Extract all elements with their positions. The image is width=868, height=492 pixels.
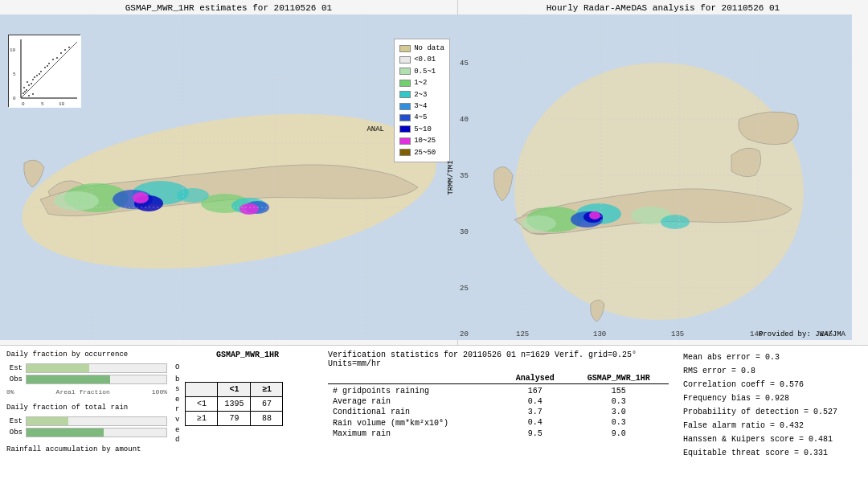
- inset-scatter-plot: 0 5 10 0 5 10: [8, 35, 80, 107]
- occurrence-bar-chart: Est Obs: [6, 363, 167, 384]
- svg-point-62: [521, 215, 556, 232]
- verif-title: Verification statistics for 20110526 01 …: [328, 351, 669, 368]
- legend-label-1to2: 1~2: [414, 77, 427, 88]
- svg-point-30: [31, 83, 32, 84]
- verif-val-condrain-analysed: 3.7: [502, 407, 568, 417]
- svg-text:130: 130: [593, 330, 606, 338]
- contingency-section: GSMAP_MWR_1HR O b s e r v e d <1: [175, 351, 320, 487]
- contingency-obs-lt1-est-ge1: 67: [251, 396, 283, 411]
- svg-text:125: 125: [516, 330, 529, 338]
- right-map-panel: Hourly Radar-AMeDAS analysis for 2011052…: [458, 0, 868, 345]
- est-bar-fill-rain: [27, 417, 68, 425]
- rainfall-acc-title: Rainfall accumulation by amount: [6, 445, 167, 453]
- stat-hanssen: Hanssen & Kuipers score = 0.481: [683, 433, 862, 446]
- legend-item-10to25: 10~25: [399, 135, 444, 146]
- stats-panel: Mean abs error = 0.3 RMS error = 0.8 Cor…: [677, 351, 862, 487]
- legend-item-3to4: 3~4: [399, 100, 444, 112]
- contingency-table-container: <1 ≥1 <1 1395 67 ≥1 79 88: [185, 382, 283, 426]
- legend-label-25to50: 25~50: [414, 147, 436, 158]
- svg-point-28: [23, 87, 25, 88]
- verif-val-avrain-analysed: 0.4: [502, 396, 568, 407]
- svg-text:35: 35: [460, 172, 469, 180]
- legend-label-nodata: No data: [414, 43, 444, 54]
- verif-col-metric: [328, 373, 502, 384]
- axis-mid: Areal fraction: [56, 388, 110, 396]
- svg-text:45: 45: [460, 59, 469, 68]
- map-credit: Provided by: JWA/JMA: [759, 330, 845, 338]
- contingency-obs-lt1-est-lt1: 1395: [218, 396, 251, 411]
- observed-axis-b: b: [175, 375, 179, 385]
- legend-color-10to25: [399, 137, 411, 145]
- legend-color-lt001: [399, 56, 411, 64]
- legend-label-05to1: 0.5~1: [414, 66, 436, 77]
- right-map-svg: 45 40 35 30 25 20 125 130 135 140 145: [458, 14, 852, 340]
- observed-axis-r: r: [175, 404, 179, 415]
- observed-axis-e2: e: [175, 425, 179, 436]
- svg-text:5: 5: [13, 72, 16, 77]
- svg-text:20: 20: [460, 330, 469, 338]
- svg-point-37: [44, 67, 46, 68]
- svg-point-46: [32, 93, 34, 95]
- left-map-canvas: 0 5 10 0 5 10 ANAL No data: [0, 14, 458, 340]
- svg-point-26: [24, 91, 26, 92]
- legend-item-5to10: 5~10: [399, 124, 444, 135]
- legend-item-lt001: <0.01: [399, 54, 444, 65]
- right-map-canvas: 45 40 35 30 25 20 125 130 135 140 145 Pr…: [458, 14, 852, 340]
- verif-val-maxrain-analysed: 9.5: [502, 428, 568, 439]
- svg-text:135: 135: [671, 330, 684, 338]
- stat-rms: RMS error = 0.8: [683, 364, 862, 378]
- legend-item-25to50: 25~50: [399, 147, 444, 158]
- stat-equitable: Equitable threat score = 0.331: [683, 446, 862, 460]
- svg-point-29: [28, 84, 30, 86]
- axis-end: 100%: [152, 388, 167, 396]
- contingency-ge1-row: ≥1 79 88: [186, 411, 283, 425]
- total-rain-chart-title: Daily fraction of total rain: [6, 404, 167, 412]
- est-bar-fill-occ: [27, 364, 89, 372]
- verif-table: Analysed GSMAP_MWR_1HR # gridpoints rain…: [328, 373, 669, 439]
- svg-point-59: [589, 211, 600, 219]
- left-map-panel: GSMAP_MWR_1HR estimates for 20110526 01: [0, 0, 458, 345]
- contingency-table-wrapper: O b s e r v e d <1 ≥1: [175, 363, 320, 445]
- observed-axis: O b s e r v e d: [175, 363, 179, 445]
- main-container: GSMAP_MWR_1HR estimates for 20110526 01: [0, 0, 868, 492]
- svg-text:10: 10: [10, 47, 16, 53]
- svg-point-45: [28, 95, 30, 96]
- verif-val-gridpoints-gsmap: 155: [568, 386, 669, 396]
- svg-point-36: [39, 73, 40, 75]
- est-label-occ: Est: [6, 364, 23, 372]
- svg-point-10: [240, 203, 259, 215]
- legend-color-3to4: [399, 103, 411, 110]
- svg-point-12: [177, 188, 209, 203]
- svg-text:30: 30: [460, 228, 469, 236]
- svg-point-44: [68, 47, 70, 48]
- verif-label-gridpoints: # gridpoints raining: [328, 386, 502, 396]
- svg-point-32: [32, 79, 34, 80]
- svg-point-38: [48, 63, 50, 64]
- bottom-section: Daily fraction by occurrence Est Obs 0%: [0, 346, 868, 492]
- verif-label-volume: Rain volume (mm*km²x10⁶): [328, 417, 502, 428]
- contingency-lt1-row-label: <1: [186, 396, 218, 411]
- verif-val-maxrain-gsmap: 9.0: [568, 428, 669, 439]
- verif-val-volume-gsmap: 0.3: [568, 417, 669, 428]
- contingency-obs-ge1-est-lt1: 79: [218, 411, 251, 425]
- observed-axis-d: d: [175, 435, 179, 445]
- verif-row-gridpoints: # gridpoints raining 167 155: [328, 386, 669, 396]
- est-occurrence-row: Est: [6, 363, 167, 373]
- legend-color-25to50: [399, 149, 411, 156]
- svg-point-33: [36, 75, 38, 76]
- svg-point-25: [23, 92, 24, 94]
- est-rain-row: Est: [6, 416, 167, 426]
- contingency-table: <1 ≥1 <1 1395 67 ≥1 79 88: [185, 382, 283, 426]
- svg-point-41: [56, 57, 58, 59]
- obs-label-rain: Obs: [6, 428, 23, 437]
- svg-point-11: [54, 191, 99, 211]
- verif-row-avrain: Average rain 0.4 0.3: [328, 396, 669, 407]
- occurrence-axis-label: 0% Areal fraction 100%: [6, 388, 167, 396]
- legend-color-2to3: [399, 91, 411, 98]
- svg-point-35: [40, 71, 42, 72]
- verif-val-volume-analysed: 0.4: [502, 417, 568, 428]
- scatter-svg: 0 5 10 0 5 10: [9, 35, 81, 108]
- stat-mean-abs: Mean abs error = 0.3: [683, 351, 862, 364]
- verif-val-avrain-gsmap: 0.3: [568, 396, 669, 407]
- contingency-lt1-row: <1 1395 67: [186, 396, 283, 411]
